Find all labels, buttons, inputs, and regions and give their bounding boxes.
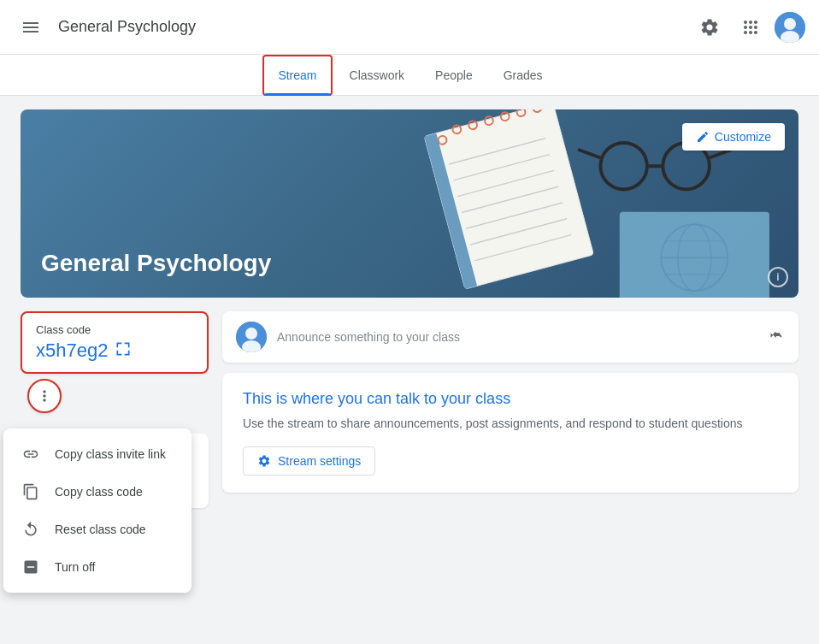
header-right	[692, 10, 805, 44]
bottom-section: Class code x5h7eg2	[21, 311, 798, 508]
class-code-menu-button[interactable]	[27, 379, 62, 413]
customize-button[interactable]: Customize	[682, 123, 785, 151]
hamburger-icon[interactable]	[14, 10, 48, 44]
settings-button[interactable]	[692, 10, 727, 44]
nav-tabs: Stream Classwork People Grades	[0, 55, 819, 96]
turnoff-icon	[21, 557, 41, 577]
svg-point-19	[600, 143, 647, 190]
avatar[interactable]	[775, 12, 805, 43]
expand-class-code-icon[interactable]	[115, 340, 132, 362]
tab-people[interactable]: People	[421, 55, 486, 96]
announce-bar: Announce something to your class	[222, 311, 798, 363]
reset-icon	[21, 519, 41, 540]
share-icon[interactable]	[766, 326, 785, 349]
info-card: This is where you can talk to your class…	[222, 373, 798, 493]
class-code-label: Class code	[36, 323, 193, 336]
copy-invite-label: Copy class invite link	[55, 447, 166, 461]
svg-point-31	[245, 328, 257, 340]
reset-code-label: Reset class code	[55, 523, 146, 536]
reset-class-code-item[interactable]: Reset class code	[3, 511, 191, 548]
info-card-description: Use the stream to share announcements, p…	[243, 415, 778, 433]
tab-classwork[interactable]: Classwork	[336, 55, 419, 96]
main-content: General Psychology Customize i Class cod…	[0, 96, 819, 522]
class-code-value: x5h7eg2	[36, 340, 108, 362]
stream-settings-button[interactable]: Stream settings	[243, 446, 375, 476]
turn-off-item[interactable]: Turn off	[3, 548, 191, 586]
left-panel: Class code x5h7eg2	[21, 311, 209, 508]
class-code-section: Class code x5h7eg2	[21, 311, 209, 389]
announce-placeholder[interactable]: Announce something to your class	[277, 330, 756, 344]
copy-code-label: Copy class code	[55, 485, 143, 499]
copy-icon	[21, 482, 41, 502]
class-code-card: Class code x5h7eg2	[21, 311, 209, 374]
svg-line-23	[710, 150, 732, 158]
class-code-row: x5h7eg2	[36, 340, 193, 362]
copy-class-code-item[interactable]: Copy class code	[3, 473, 191, 511]
tab-stream[interactable]: Stream	[262, 55, 332, 96]
header-left: General Psychology	[14, 10, 692, 44]
tab-grades[interactable]: Grades	[490, 55, 557, 96]
link-icon	[21, 444, 41, 464]
turn-off-label: Turn off	[55, 560, 95, 574]
header: General Psychology	[0, 0, 819, 55]
right-panel: Announce something to your class This is…	[222, 311, 798, 508]
svg-point-1	[784, 18, 796, 30]
info-card-title: This is where you can talk to your class	[243, 390, 778, 408]
svg-line-22	[578, 150, 600, 158]
app-title: General Psychology	[58, 18, 196, 36]
copy-invite-link-item[interactable]: Copy class invite link	[3, 435, 191, 473]
announce-avatar	[236, 322, 267, 352]
class-banner: General Psychology Customize i	[21, 109, 798, 298]
class-code-dropdown-menu: Copy class invite link Copy class code	[3, 428, 191, 593]
banner-title: General Psychology	[41, 250, 271, 277]
banner-info-button[interactable]: i	[768, 267, 788, 287]
grid-menu-button[interactable]	[734, 10, 768, 44]
